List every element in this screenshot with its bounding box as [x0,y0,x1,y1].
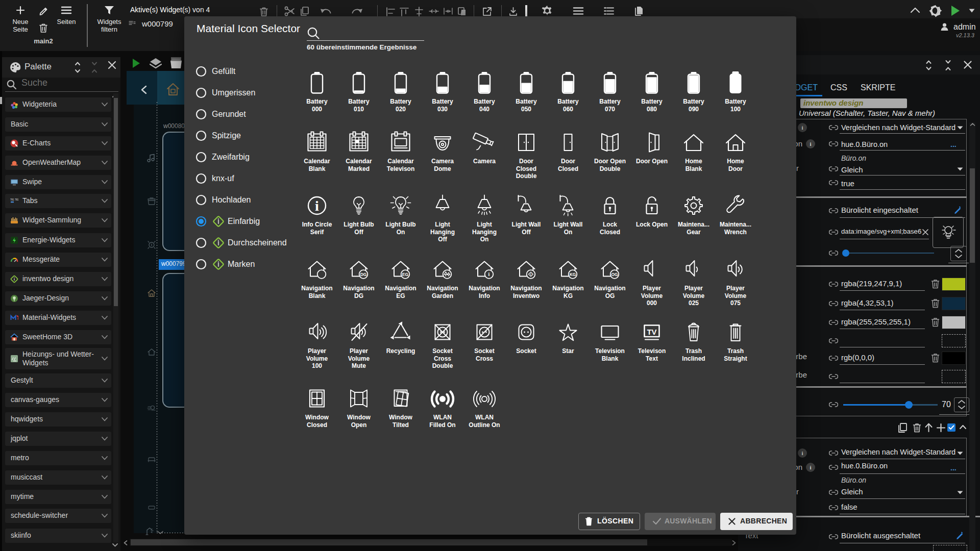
svg-text:DG: DG [360,272,367,277]
svg-text:EG: EG [402,272,409,277]
svg-text:KG: KG [570,272,576,277]
svg-text:i: i [315,198,319,214]
svg-text:i: i [488,271,490,277]
svg-text:OG: OG [611,272,618,277]
svg-text:TV: TV [647,328,656,336]
svg-text:i: i [530,272,531,276]
svg-text:781 781: 781 781 [10,198,18,201]
